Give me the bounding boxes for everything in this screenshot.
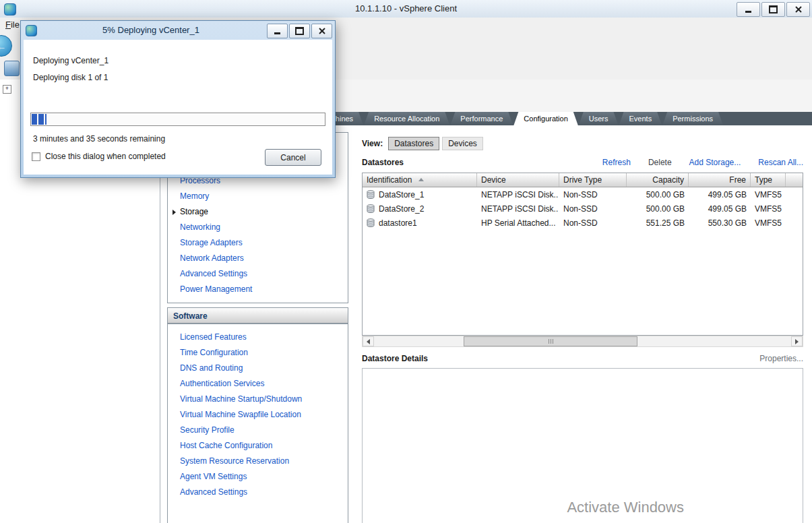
properties-link[interactable]: Properties...: [759, 354, 803, 363]
close-when-completed-checkbox[interactable]: [32, 152, 40, 161]
software-item-system-resource-reservation[interactable]: System Resource Reservation: [168, 454, 348, 469]
software-item-licensed-features[interactable]: Licensed Features: [168, 330, 348, 345]
minimize-button[interactable]: [737, 2, 760, 17]
software-list: Licensed FeaturesTime ConfigurationDNS a…: [168, 324, 348, 500]
close-button[interactable]: [786, 2, 810, 17]
nav-item-label: Virtual Machine Startup/Shutdown: [180, 394, 302, 404]
column-header-label: Type: [755, 175, 772, 185]
tab-performance[interactable]: Performance: [450, 112, 513, 125]
hardware-item-power-management[interactable]: Power Management: [168, 282, 348, 297]
hardware-item-advanced-settings[interactable]: Advanced Settings: [168, 266, 348, 282]
maximize-button[interactable]: [761, 2, 785, 17]
hardware-item-networking[interactable]: Networking: [168, 220, 348, 235]
hardware-item-network-adapters[interactable]: Network Adapters: [168, 251, 348, 266]
datastores-header-row: Datastores RefreshDeleteAdd Storage...Re…: [362, 155, 803, 170]
nav-item-label: Storage: [180, 207, 208, 216]
datastore-icon: [367, 190, 375, 199]
dialog-titlebar[interactable]: 5% Deploying vCenter_1: [21, 21, 335, 40]
time-remaining-text: 3 minutes and 35 seconds remaining: [33, 134, 165, 144]
table-row[interactable]: DataStore_2NETAPP iSCSI Disk..Non-SSD500…: [363, 202, 803, 216]
window-titlebar[interactable]: 10.1.1.10 - vSphere Client: [0, 0, 812, 18]
column-header-identification[interactable]: Identification: [363, 173, 477, 187]
column-header-device[interactable]: Device: [477, 173, 559, 187]
software-panel: Licensed FeaturesTime ConfigurationDNS a…: [167, 324, 348, 523]
tab-configuration[interactable]: Configuration: [513, 112, 577, 125]
dialog-close-button[interactable]: [311, 24, 332, 38]
action-add-storage[interactable]: Add Storage...: [689, 158, 741, 167]
action-refresh[interactable]: Refresh: [602, 158, 631, 167]
thumb-grip-icon: [553, 339, 553, 344]
software-section-header: Software: [167, 307, 348, 324]
nav-item-label: Virtual Machine Swapfile Location: [180, 410, 301, 419]
selected-item-arrow-icon: [173, 210, 176, 215]
horizontal-scrollbar[interactable]: [362, 336, 803, 347]
column-header-filler: [786, 173, 803, 187]
column-header-label: Capacity: [652, 175, 684, 185]
view-button-datastores[interactable]: Datastores: [388, 137, 439, 150]
action-rescan-all[interactable]: Rescan All...: [758, 158, 803, 167]
software-item-security-profile[interactable]: Security Profile: [168, 423, 348, 438]
nav-item-label: System Resource Reservation: [180, 456, 289, 466]
hardware-item-storage-adapters[interactable]: Storage Adapters: [168, 235, 348, 251]
table-row[interactable]: DataStore_1NETAPP iSCSI Disk..Non-SSD500…: [363, 187, 803, 202]
software-item-host-cache-configuration[interactable]: Host Cache Configuration: [168, 438, 348, 454]
nav-item-label: Licensed Features: [180, 332, 247, 342]
nav-item-label: Agent VM Settings: [180, 472, 247, 481]
datastore-details-header-row: Datastore Details Properties...: [362, 352, 803, 365]
scroll-left-button[interactable]: [363, 336, 374, 346]
column-header-drive-type[interactable]: Drive Type: [559, 173, 627, 187]
scroll-right-button[interactable]: [791, 336, 803, 346]
tab-permissions[interactable]: Permissions: [662, 112, 723, 125]
dialog-maximize-button[interactable]: [289, 24, 310, 38]
column-header-capacity[interactable]: Capacity: [627, 173, 689, 187]
nav-item-label: Advanced Settings: [180, 269, 247, 278]
nav-item-label: Authentication Services: [180, 379, 264, 388]
software-item-dns-and-routing[interactable]: DNS and Routing: [168, 361, 348, 376]
cancel-button[interactable]: Cancel: [265, 149, 321, 166]
cell-capacity: 551.25 GB: [627, 218, 689, 228]
view-button-devices[interactable]: Devices: [442, 137, 483, 150]
software-item-authentication-services[interactable]: Authentication Services: [168, 376, 348, 392]
back-button[interactable]: ←: [0, 35, 12, 57]
table-row[interactable]: datastore1HP Serial Attached...Non-SSD55…: [363, 216, 803, 230]
hardware-item-storage[interactable]: Storage: [168, 204, 348, 220]
close-when-completed-option[interactable]: Close this dialog when completed: [32, 152, 166, 161]
window-controls: [737, 2, 810, 17]
software-item-advanced-settings[interactable]: Advanced Settings: [168, 485, 348, 500]
software-item-agent-vm-settings[interactable]: Agent VM Settings: [168, 469, 348, 485]
tab-users[interactable]: Users: [579, 112, 619, 125]
nav-item-label: Storage Adapters: [180, 238, 243, 247]
dialog-body: Deploying vCenter_1 Deploying disk 1 of …: [24, 40, 332, 175]
datastore-icon: [367, 204, 375, 213]
tree-expander-icon[interactable]: +: [3, 85, 11, 94]
close-icon: [795, 6, 802, 13]
table-header-row: IdentificationDeviceDrive TypeCapacityFr…: [363, 173, 803, 187]
tab-events[interactable]: Events: [619, 112, 662, 125]
datastores-table: IdentificationDeviceDrive TypeCapacityFr…: [362, 173, 803, 336]
software-item-time-configuration[interactable]: Time Configuration: [168, 345, 348, 361]
close-icon: [319, 28, 325, 34]
column-header-label: Device: [481, 175, 506, 185]
nav-item-label: Network Adapters: [180, 253, 244, 263]
thumb-grip-icon: [549, 339, 549, 344]
software-item-virtual-machine-startup-shutdown[interactable]: Virtual Machine Startup/Shutdown: [168, 392, 348, 407]
cell-drive-type: Non-SSD: [559, 190, 627, 199]
hardware-item-memory[interactable]: Memory: [168, 189, 348, 204]
view-label: View:: [362, 139, 383, 148]
scrollbar-thumb[interactable]: [464, 336, 637, 346]
cell-type: VMFS5: [751, 204, 786, 214]
column-header-type[interactable]: Type: [751, 173, 786, 187]
home-icon[interactable]: [4, 61, 20, 76]
column-header-free[interactable]: Free: [689, 173, 751, 187]
dialog-minimize-button[interactable]: [267, 24, 288, 38]
nav-item-label: Memory: [180, 191, 209, 201]
maximize-icon: [295, 27, 304, 35]
scroll-right-icon: [795, 339, 799, 344]
progress-bar: [30, 113, 325, 126]
tab-resource-allocation[interactable]: Resource Allocation: [364, 112, 449, 125]
dialog-controls: [267, 24, 332, 38]
deploy-detail-text: Deploying disk 1 of 1: [33, 73, 108, 82]
action-delete[interactable]: Delete: [648, 158, 672, 167]
software-item-virtual-machine-swapfile-location[interactable]: Virtual Machine Swapfile Location: [168, 407, 348, 423]
datastore-actions: RefreshDeleteAdd Storage...Rescan All...: [602, 158, 803, 167]
